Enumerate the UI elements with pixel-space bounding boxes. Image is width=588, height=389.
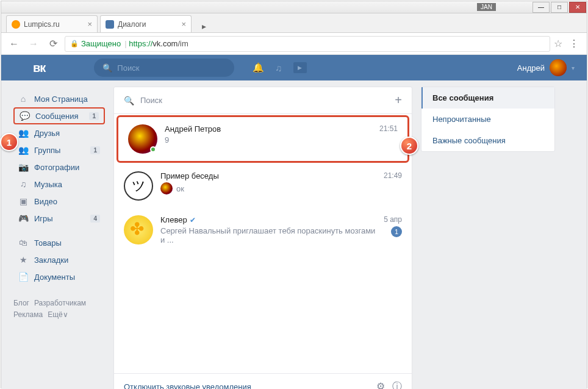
username: Андрей (517, 63, 545, 73)
lock-icon: 🔒 (70, 40, 79, 48)
tab-title: Диалоги (118, 20, 146, 29)
avatar (550, 59, 567, 76)
new-conversation-button[interactable]: + (395, 93, 402, 107)
sidebar-item-label: Моя Страница (34, 95, 88, 104)
footer-link[interactable]: Реклама (13, 310, 43, 319)
new-tab-button[interactable]: ▸ (196, 20, 211, 32)
conversation-name: Андрей Петров (165, 124, 372, 134)
sidebar-item-bookmarks[interactable]: ★Закладки (13, 251, 105, 268)
browser-tab[interactable]: Диалоги × (100, 15, 192, 32)
sidebar-item-music[interactable]: ♫Музыка (13, 176, 105, 193)
search-icon: 🔍 (102, 63, 112, 73)
url-protocol: https:// (129, 39, 152, 48)
sidebar-item-video[interactable]: ▣Видео (13, 193, 105, 210)
sidebar-item-groups[interactable]: 👥Группы1 (13, 141, 105, 159)
sidebar-item-games[interactable]: 🎮Игры4 (13, 210, 105, 227)
sidebar-item-label: Закладки (34, 255, 68, 265)
conversation-row[interactable]: Клевер✔ Сергей Навальный приглашает тебя… (114, 208, 412, 252)
avatar: ツ (124, 171, 153, 201)
window-close-button[interactable]: ✕ (569, 2, 586, 13)
secure-label: Защищено (81, 39, 121, 48)
sidebar-item-label: Видео (34, 197, 57, 206)
bookmark-star-icon[interactable]: ☆ (554, 38, 562, 49)
vk-logo[interactable]: вк (33, 61, 45, 75)
filter-important[interactable]: Важные сообщения (421, 130, 554, 151)
game-icon: 🎮 (18, 213, 28, 223)
sidebar-item-messages[interactable]: 💬Сообщения1 (13, 107, 105, 124)
search-placeholder: Поиск (117, 63, 139, 73)
badge: 1 (90, 146, 100, 154)
sidebar-item-label: Сообщения (35, 112, 79, 121)
footer-link[interactable]: Ещё∨ (48, 310, 68, 319)
browser-tab[interactable]: Lumpics.ru × (6, 15, 98, 32)
forward-button[interactable]: → (26, 36, 41, 52)
annotation-marker-2: 2 (400, 137, 418, 155)
sidebar-item-label: Музыка (34, 180, 62, 189)
doc-icon: 📄 (18, 272, 28, 282)
sound-toggle-link[interactable]: Отключить звуковые уведомления (124, 382, 251, 389)
vk-search-input[interactable]: 🔍 Поиск (94, 59, 234, 77)
reload-button[interactable]: ⟳ (45, 36, 61, 52)
conversation-snippet: ок (176, 184, 184, 193)
sidebar-item-label: Документы (34, 273, 75, 282)
sidebar: ⌂Моя Страница 💬Сообщения1 👥Друзья 👥Групп… (13, 87, 105, 389)
sidebar-item-label: Игры (34, 214, 53, 223)
badge: 1 (89, 112, 99, 120)
conversation-row[interactable]: Андрей Петров 9 21:51 2 (117, 115, 409, 163)
conversations-footer: Отключить звуковые уведомления ⚙ ⓘ (114, 373, 412, 389)
vk-header: вк 🔍 Поиск 🔔 ♫ ▶ Андрей ▾ (1, 55, 587, 80)
browser-tabstrip: Lumpics.ru × Диалоги × ▸ (1, 13, 587, 33)
filter-all[interactable]: Все сообщения (421, 87, 554, 109)
conversation-time: 21:49 (384, 171, 402, 180)
jan-badge: JAN (477, 3, 496, 11)
search-icon: 🔍 (124, 96, 134, 105)
header-icons: 🔔 ♫ ▶ (253, 62, 306, 73)
music-icon: ♫ (18, 179, 28, 189)
sidebar-item-label: Фотографии (34, 163, 79, 172)
sidebar-item-label: Друзья (34, 129, 60, 138)
tab-close-icon[interactable]: × (87, 20, 92, 29)
conversation-snippet: 9 (165, 135, 372, 145)
window-titlebar: JAN — □ ✕ (1, 1, 587, 13)
gear-icon[interactable]: ⚙ (376, 380, 385, 389)
conversation-name: Пример беседы (160, 171, 376, 180)
info-icon[interactable]: ⓘ (392, 380, 402, 389)
conversations-search[interactable]: 🔍 Поиск + (114, 87, 412, 114)
play-icon[interactable]: ▶ (293, 62, 307, 73)
bag-icon: 🛍 (18, 238, 28, 248)
music-icon[interactable]: ♫ (275, 63, 282, 73)
annotation-marker-1: 1 (0, 133, 18, 151)
sidebar-item-market[interactable]: 🛍Товары (13, 234, 105, 251)
users-icon: 👥 (18, 128, 28, 138)
conversation-row[interactable]: ツ Пример беседы ок 21:49 (114, 164, 412, 208)
badge: 4 (90, 215, 100, 223)
online-indicator (150, 146, 156, 152)
footer-link[interactable]: Разработчикам (34, 299, 86, 307)
search-placeholder: Поиск (140, 96, 162, 105)
user-menu[interactable]: Андрей ▾ (517, 59, 575, 76)
sidebar-item-photos[interactable]: 📷Фотографии (13, 159, 105, 176)
sidebar-item-friends[interactable]: 👥Друзья (13, 124, 105, 141)
chat-icon: 💬 (20, 111, 29, 121)
bell-icon[interactable]: 🔔 (253, 62, 264, 73)
conversation-time: 5 апр (384, 215, 402, 224)
sidebar-item-documents[interactable]: 📄Документы (13, 268, 105, 285)
home-icon: ⌂ (18, 94, 28, 104)
back-button[interactable]: ← (6, 36, 22, 52)
conversations-panel: 🔍 Поиск + Андрей Петров 9 21:51 2 ツ Прим… (113, 87, 412, 389)
address-bar[interactable]: 🔒 Защищено | https://vk.com/im (65, 36, 550, 52)
footer-link[interactable]: Блог (13, 299, 29, 307)
filters-panel: Все сообщения Непрочитанные Важные сообщ… (421, 87, 555, 389)
camera-icon: 📷 (18, 162, 28, 172)
window-maximize-button[interactable]: □ (551, 2, 568, 13)
sidebar-item-label: Группы (34, 146, 60, 155)
browser-menu-icon[interactable]: ⋮ (566, 38, 582, 49)
filter-unread[interactable]: Непрочитанные (421, 109, 554, 130)
tab-close-icon[interactable]: × (181, 20, 186, 29)
window-minimize-button[interactable]: — (532, 2, 550, 13)
sidebar-item-my-page[interactable]: ⌂Моя Страница (13, 90, 105, 107)
mini-avatar (160, 182, 173, 194)
tab-title: Lumpics.ru (24, 20, 60, 29)
unread-badge: 1 (391, 226, 402, 237)
conversation-name: Клевер (160, 215, 187, 224)
